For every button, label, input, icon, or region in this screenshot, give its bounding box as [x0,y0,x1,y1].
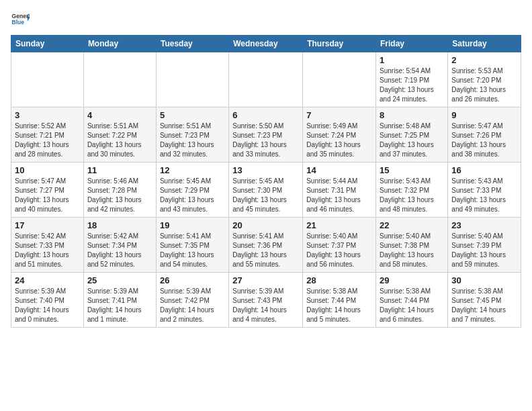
calendar-cell: 23Sunrise: 5:40 AM Sunset: 7:39 PM Dayli… [448,218,521,273]
calendar-cell: 7Sunrise: 5:49 AM Sunset: 7:24 PM Daylig… [303,107,376,163]
calendar-cell [229,52,303,107]
weekday-header-friday: Friday [376,36,448,52]
calendar-cell: 28Sunrise: 5:38 AM Sunset: 7:44 PM Dayli… [303,273,376,328]
day-info: Sunrise: 5:42 AM Sunset: 7:33 PM Dayligh… [15,232,80,269]
calendar-table: SundayMondayTuesdayWednesdayThursdayFrid… [11,35,521,328]
logo: General Blue [11,11,30,30]
day-number: 1 [380,55,444,65]
calendar-cell: 3Sunrise: 5:52 AM Sunset: 7:21 PM Daylig… [11,107,84,163]
calendar-cell: 12Sunrise: 5:45 AM Sunset: 7:29 PM Dayli… [156,163,228,218]
calendar-cell: 24Sunrise: 5:39 AM Sunset: 7:40 PM Dayli… [11,273,84,328]
day-number: 13 [232,165,299,175]
weekday-header-row: SundayMondayTuesdayWednesdayThursdayFrid… [11,36,521,52]
day-number: 23 [451,220,517,230]
day-number: 29 [380,275,444,285]
calendar-cell: 1Sunrise: 5:54 AM Sunset: 7:19 PM Daylig… [376,52,448,107]
day-number: 21 [306,220,372,230]
calendar-cell [303,52,376,107]
calendar-cell: 15Sunrise: 5:43 AM Sunset: 7:32 PM Dayli… [376,163,448,218]
day-info: Sunrise: 5:44 AM Sunset: 7:31 PM Dayligh… [306,177,372,214]
calendar-cell: 20Sunrise: 5:41 AM Sunset: 7:36 PM Dayli… [229,218,303,273]
day-info: Sunrise: 5:39 AM Sunset: 7:41 PM Dayligh… [87,287,152,324]
calendar-cell: 25Sunrise: 5:39 AM Sunset: 7:41 PM Dayli… [83,273,156,328]
day-info: Sunrise: 5:46 AM Sunset: 7:28 PM Dayligh… [87,177,152,214]
day-info: Sunrise: 5:47 AM Sunset: 7:27 PM Dayligh… [15,177,80,214]
calendar-cell: 17Sunrise: 5:42 AM Sunset: 7:33 PM Dayli… [11,218,84,273]
weekday-header-tuesday: Tuesday [156,36,228,52]
day-info: Sunrise: 5:43 AM Sunset: 7:32 PM Dayligh… [380,177,444,214]
weekday-header-saturday: Saturday [448,36,521,52]
day-info: Sunrise: 5:39 AM Sunset: 7:43 PM Dayligh… [232,287,299,324]
calendar-cell: 27Sunrise: 5:39 AM Sunset: 7:43 PM Dayli… [229,273,303,328]
weekday-header-sunday: Sunday [11,36,84,52]
day-info: Sunrise: 5:39 AM Sunset: 7:40 PM Dayligh… [15,287,80,324]
day-number: 30 [451,275,517,285]
day-info: Sunrise: 5:39 AM Sunset: 7:42 PM Dayligh… [160,287,225,324]
day-info: Sunrise: 5:40 AM Sunset: 7:39 PM Dayligh… [451,232,517,269]
day-info: Sunrise: 5:49 AM Sunset: 7:24 PM Dayligh… [306,122,372,159]
day-info: Sunrise: 5:50 AM Sunset: 7:23 PM Dayligh… [232,122,299,159]
day-info: Sunrise: 5:40 AM Sunset: 7:37 PM Dayligh… [306,232,372,269]
weekday-header-thursday: Thursday [303,36,376,52]
day-number: 24 [15,275,80,285]
logo-icon: General Blue [11,11,30,30]
day-number: 2 [451,55,517,65]
day-number: 18 [87,220,152,230]
day-number: 14 [306,165,372,175]
calendar-week-row: 3Sunrise: 5:52 AM Sunset: 7:21 PM Daylig… [11,107,521,163]
day-number: 25 [87,275,152,285]
day-number: 17 [15,220,80,230]
day-number: 9 [451,110,517,120]
day-info: Sunrise: 5:45 AM Sunset: 7:30 PM Dayligh… [232,177,299,214]
day-info: Sunrise: 5:40 AM Sunset: 7:38 PM Dayligh… [380,232,444,269]
day-info: Sunrise: 5:38 AM Sunset: 7:45 PM Dayligh… [451,287,517,324]
day-number: 26 [160,275,225,285]
calendar-cell [11,52,84,107]
calendar-cell: 22Sunrise: 5:40 AM Sunset: 7:38 PM Dayli… [376,218,448,273]
calendar-cell: 18Sunrise: 5:42 AM Sunset: 7:34 PM Dayli… [83,218,156,273]
day-info: Sunrise: 5:43 AM Sunset: 7:33 PM Dayligh… [451,177,517,214]
day-info: Sunrise: 5:54 AM Sunset: 7:19 PM Dayligh… [380,66,444,104]
calendar-week-row: 17Sunrise: 5:42 AM Sunset: 7:33 PM Dayli… [11,218,521,273]
day-number: 8 [380,110,444,120]
calendar-cell: 19Sunrise: 5:41 AM Sunset: 7:35 PM Dayli… [156,218,228,273]
day-number: 6 [232,110,299,120]
calendar-cell: 9Sunrise: 5:47 AM Sunset: 7:26 PM Daylig… [448,107,521,163]
calendar-cell: 14Sunrise: 5:44 AM Sunset: 7:31 PM Dayli… [303,163,376,218]
calendar-week-row: 1Sunrise: 5:54 AM Sunset: 7:19 PM Daylig… [11,52,521,107]
day-info: Sunrise: 5:45 AM Sunset: 7:29 PM Dayligh… [160,177,225,214]
calendar-cell: 26Sunrise: 5:39 AM Sunset: 7:42 PM Dayli… [156,273,228,328]
calendar-cell: 21Sunrise: 5:40 AM Sunset: 7:37 PM Dayli… [303,218,376,273]
day-info: Sunrise: 5:47 AM Sunset: 7:26 PM Dayligh… [451,122,517,159]
day-number: 22 [380,220,444,230]
calendar-cell: 30Sunrise: 5:38 AM Sunset: 7:45 PM Dayli… [448,273,521,328]
day-info: Sunrise: 5:38 AM Sunset: 7:44 PM Dayligh… [380,287,444,324]
day-number: 4 [87,110,152,120]
day-number: 15 [380,165,444,175]
day-number: 5 [160,110,225,120]
day-info: Sunrise: 5:51 AM Sunset: 7:22 PM Dayligh… [87,122,152,159]
calendar-week-row: 10Sunrise: 5:47 AM Sunset: 7:27 PM Dayli… [11,163,521,218]
day-info: Sunrise: 5:41 AM Sunset: 7:35 PM Dayligh… [160,232,225,269]
calendar-cell: 6Sunrise: 5:50 AM Sunset: 7:23 PM Daylig… [229,107,303,163]
calendar-cell: 2Sunrise: 5:53 AM Sunset: 7:20 PM Daylig… [448,52,521,107]
day-number: 20 [232,220,299,230]
day-number: 11 [87,165,152,175]
svg-text:Blue: Blue [12,19,25,26]
calendar-cell: 5Sunrise: 5:51 AM Sunset: 7:23 PM Daylig… [156,107,228,163]
page-header: General Blue [11,11,521,30]
day-info: Sunrise: 5:41 AM Sunset: 7:36 PM Dayligh… [232,232,299,269]
day-number: 7 [306,110,372,120]
svg-text:General: General [12,13,30,19]
day-info: Sunrise: 5:53 AM Sunset: 7:20 PM Dayligh… [451,66,517,104]
weekday-header-monday: Monday [83,36,156,52]
calendar-cell: 11Sunrise: 5:46 AM Sunset: 7:28 PM Dayli… [83,163,156,218]
calendar-cell: 29Sunrise: 5:38 AM Sunset: 7:44 PM Dayli… [376,273,448,328]
calendar-cell: 10Sunrise: 5:47 AM Sunset: 7:27 PM Dayli… [11,163,84,218]
day-info: Sunrise: 5:48 AM Sunset: 7:25 PM Dayligh… [380,122,444,159]
weekday-header-wednesday: Wednesday [229,36,303,52]
day-info: Sunrise: 5:42 AM Sunset: 7:34 PM Dayligh… [87,232,152,269]
day-number: 12 [160,165,225,175]
calendar-week-row: 24Sunrise: 5:39 AM Sunset: 7:40 PM Dayli… [11,273,521,328]
day-number: 16 [451,165,517,175]
